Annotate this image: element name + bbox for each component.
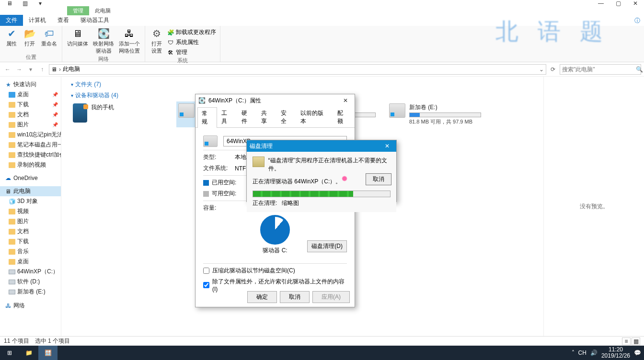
nav-pc-drive-d[interactable]: 软件 (D:): [0, 277, 61, 287]
ribbon-open[interactable]: 📂打开: [21, 27, 38, 48]
close-button[interactable]: ✕: [627, 0, 644, 7]
view-details-button[interactable]: ≡: [622, 338, 631, 345]
cleanup-close-button[interactable]: ✕: [381, 143, 393, 149]
cleanup-titlebar[interactable]: 磁盘清理 ✕: [247, 140, 396, 152]
start-button[interactable]: ⊞: [0, 346, 19, 360]
tray-up-icon[interactable]: ˄: [572, 349, 575, 356]
progress-bar: [253, 191, 391, 197]
nav-quick-documents[interactable]: 文档📌: [0, 110, 61, 120]
taskbar-clock[interactable]: 11:20 2019/12/26: [601, 347, 630, 359]
taskbar-app[interactable]: 🪟: [38, 346, 58, 360]
nav-quick-downloads[interactable]: 下载📌: [0, 100, 61, 110]
taskbar-explorer[interactable]: 📁: [19, 346, 38, 360]
address-dropdown-icon[interactable]: ⌄: [539, 66, 544, 73]
search-input[interactable]: [562, 66, 634, 73]
properties-close-button[interactable]: ✕: [339, 97, 352, 104]
tab-quota[interactable]: 配额: [333, 107, 353, 127]
apply-button[interactable]: 应用(A): [312, 291, 350, 303]
disk-cleanup-button[interactable]: 磁盘清理(D): [307, 240, 347, 252]
index-checkbox[interactable]: 除了文件属性外，还允许索引此驱动器上文件的内容(I): [203, 278, 347, 292]
ribbon-rename[interactable]: 🏷重命名: [39, 27, 59, 48]
address-bar[interactable]: 🖥 › 此电脑 ⌄: [49, 64, 546, 75]
minimize-button[interactable]: —: [592, 0, 610, 7]
drive-icon: [203, 135, 218, 147]
qat-dd-icon[interactable]: ▾: [34, 0, 47, 7]
nav-pc-downloads[interactable]: 下载: [0, 236, 61, 247]
properties-titlebar[interactable]: 💽 64WinXP（C:）属性 ✕: [196, 94, 355, 107]
nav-pane: ★快速访问 桌面📌 下载📌 文档📌 图片📌 win10忘记pin无法打 笔记本磁…: [0, 77, 61, 336]
ribbon-tab-computer[interactable]: 计算机: [23, 15, 52, 26]
nav-forward-button[interactable]: →: [14, 65, 24, 74]
device-phone[interactable]: 我的手机: [71, 101, 167, 127]
nav-pc-drive-c[interactable]: 64WinXP（C:）: [0, 267, 61, 277]
search-box[interactable]: 🔍: [560, 64, 641, 75]
nav-pc-music[interactable]: 音乐: [0, 247, 61, 257]
ribbon-group-network: 网络: [65, 56, 142, 63]
nav-quick-item[interactable]: 查找快捷键ctrl加什: [0, 150, 61, 160]
qat-props-icon[interactable]: ▥: [18, 0, 32, 7]
tab-tools[interactable]: 工具: [217, 107, 237, 127]
nav-quick-item[interactable]: 笔记本磁盘占用一直: [0, 140, 61, 150]
drive-e[interactable]: 新加卷 (E:) 81.8 MB 可用，共 97.9 MB: [387, 101, 483, 127]
search-icon[interactable]: 🔍: [636, 66, 643, 73]
ribbon-group-location: 位置: [3, 54, 59, 61]
tab-hardware[interactable]: 硬件: [237, 107, 257, 127]
nav-pc-documents[interactable]: 文档: [0, 226, 61, 236]
tab-previous[interactable]: 以前的版本: [296, 107, 333, 127]
ime-indicator[interactable]: CH: [578, 349, 586, 356]
dialog-title-text: 64WinXP（C:）属性: [208, 97, 261, 105]
ribbon-tabs: 文件 计算机 查看 驱动器工具 ⓘ: [0, 15, 644, 26]
properties-tabs: 常规 工具 硬件 共享 安全 以前的版本 配额: [196, 107, 355, 128]
nav-quick-desktop[interactable]: 桌面📌: [0, 90, 61, 100]
ribbon-open-settings[interactable]: ⚙打开 设置: [148, 27, 165, 57]
nav-quick-access[interactable]: ★快速访问: [0, 79, 61, 90]
ribbon-manage[interactable]: 🛠管理: [166, 48, 217, 57]
nav-quick-item[interactable]: win10忘记pin无法打: [0, 130, 61, 140]
drive-icon: 💽: [198, 97, 206, 104]
tray-volume-icon[interactable]: 🔊: [590, 349, 598, 356]
nav-quick-item[interactable]: 录制的视频: [0, 160, 61, 170]
tab-sharing[interactable]: 共享: [257, 107, 276, 127]
notifications-icon[interactable]: 💬: [634, 349, 641, 356]
nav-pc-3dobjects[interactable]: 🧊3D 对象: [0, 196, 61, 206]
window-titlebar: 🖥 ▥ ▾ — ▢ ✕: [0, 0, 644, 7]
nav-back-button[interactable]: ←: [3, 65, 12, 74]
nav-this-pc[interactable]: 🖥此电脑: [0, 186, 61, 196]
nav-history-button[interactable]: ▾: [26, 65, 35, 74]
nav-onedrive[interactable]: ☁OneDrive: [0, 174, 61, 182]
breadcrumb[interactable]: 此电脑: [63, 65, 80, 73]
cancel-button[interactable]: 取消: [280, 291, 310, 303]
view-tiles-button[interactable]: ▦: [632, 338, 640, 345]
taskbar: ⊞ 📁 🪟 ˄ CH 🔊 11:20 2019/12/26 💬: [0, 346, 644, 360]
ok-button[interactable]: 确定: [247, 291, 277, 303]
nav-pc-drive-e[interactable]: 新加卷 (E:): [0, 287, 61, 297]
help-icon[interactable]: ⓘ: [631, 16, 644, 26]
maximize-button[interactable]: ▢: [610, 0, 627, 7]
ribbon-tab-file[interactable]: 文件: [0, 15, 23, 26]
cursor-indicator: [341, 175, 348, 182]
phone-icon: [73, 103, 87, 123]
ribbon-tab-drivetools[interactable]: 驱动器工具: [75, 15, 115, 26]
preview-pane: 没有预览。: [543, 77, 644, 336]
nav-pc-videos[interactable]: 视频: [0, 206, 61, 216]
ribbon-add-network-location[interactable]: 🖧添加一个 网络位置: [117, 27, 142, 56]
ribbon-tab-view[interactable]: 查看: [52, 15, 75, 26]
ribbon-properties[interactable]: ✔属性: [3, 27, 20, 48]
ribbon-system-properties[interactable]: 🛡系统属性: [166, 38, 217, 47]
refresh-button[interactable]: ⟳: [548, 66, 558, 73]
ribbon-access-media[interactable]: 🖥访问媒体: [65, 27, 90, 56]
nav-pc-desktop[interactable]: 桌面: [0, 257, 61, 267]
ribbon-map-network[interactable]: 💽映射网络 驱动器: [91, 27, 116, 56]
disk-cleanup-dialog: 磁盘清理 ✕ “磁盘清理”实用程序正在清理机器上不需要的文件。 正在清理驱动器 …: [246, 140, 397, 202]
nav-pc-pictures[interactable]: 图片: [0, 216, 61, 226]
compress-checkbox[interactable]: 压缩此驱动器以节约磁盘空间(C): [203, 267, 347, 275]
tab-security[interactable]: 安全: [276, 107, 296, 127]
tab-general[interactable]: 常规: [197, 107, 217, 128]
tab-manage[interactable]: 管理: [67, 6, 89, 15]
ribbon-uninstall[interactable]: 🧩卸载或更改程序: [166, 28, 217, 37]
nav-quick-pictures[interactable]: 图片📌: [0, 120, 61, 130]
cleanup-cancel-button[interactable]: 取消: [366, 173, 391, 185]
section-folders[interactable]: 文件夹 (7): [67, 79, 538, 90]
nav-network[interactable]: 🖧网络: [0, 301, 61, 311]
nav-up-button[interactable]: ↑: [37, 65, 47, 74]
